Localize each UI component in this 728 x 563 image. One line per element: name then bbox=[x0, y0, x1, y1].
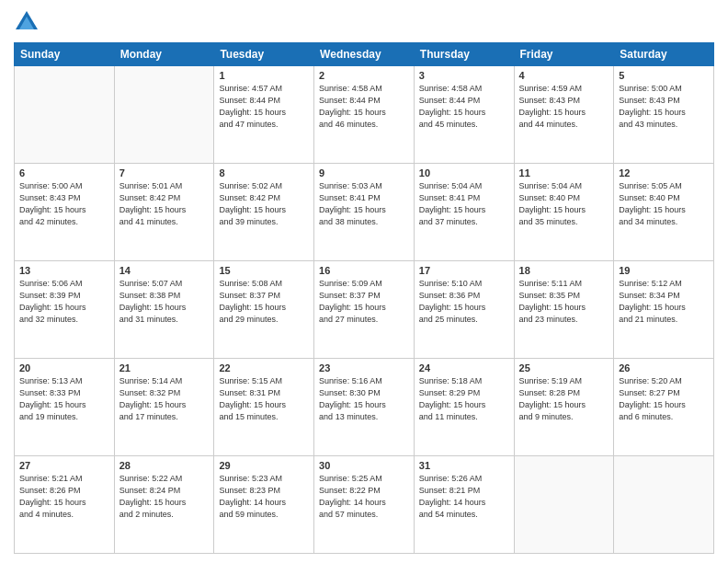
day-info: Sunrise: 4:58 AM Sunset: 8:44 PM Dayligh… bbox=[319, 83, 409, 131]
day-info: Sunrise: 5:03 AM Sunset: 8:41 PM Dayligh… bbox=[319, 180, 409, 228]
day-number: 19 bbox=[619, 265, 709, 276]
day-number: 20 bbox=[19, 362, 109, 373]
calendar-cell: 9Sunrise: 5:03 AM Sunset: 8:41 PM Daylig… bbox=[314, 164, 415, 261]
day-info: Sunrise: 5:25 AM Sunset: 8:22 PM Dayligh… bbox=[319, 473, 409, 521]
day-info: Sunrise: 5:20 AM Sunset: 8:27 PM Dayligh… bbox=[619, 375, 709, 423]
weekday-header-monday: Monday bbox=[114, 43, 214, 66]
calendar-cell: 23Sunrise: 5:16 AM Sunset: 8:30 PM Dayli… bbox=[314, 359, 415, 456]
calendar-cell: 2Sunrise: 4:58 AM Sunset: 8:44 PM Daylig… bbox=[314, 66, 415, 164]
day-info: Sunrise: 4:59 AM Sunset: 8:43 PM Dayligh… bbox=[519, 83, 609, 131]
header bbox=[14, 9, 714, 35]
day-number: 28 bbox=[119, 460, 210, 471]
weekday-header-saturday: Saturday bbox=[614, 43, 714, 66]
calendar-cell: 18Sunrise: 5:11 AM Sunset: 8:35 PM Dayli… bbox=[514, 261, 614, 359]
day-info: Sunrise: 5:10 AM Sunset: 8:36 PM Dayligh… bbox=[419, 278, 509, 326]
day-number: 13 bbox=[19, 265, 109, 276]
day-number: 29 bbox=[219, 460, 309, 471]
day-number: 4 bbox=[519, 70, 609, 81]
calendar-cell: 5Sunrise: 5:00 AM Sunset: 8:43 PM Daylig… bbox=[614, 66, 714, 164]
day-info: Sunrise: 5:15 AM Sunset: 8:31 PM Dayligh… bbox=[219, 375, 309, 423]
day-number: 15 bbox=[219, 265, 309, 276]
weekday-header-sunday: Sunday bbox=[15, 43, 115, 66]
week-row-3: 13Sunrise: 5:06 AM Sunset: 8:39 PM Dayli… bbox=[15, 261, 714, 359]
calendar-cell: 7Sunrise: 5:01 AM Sunset: 8:42 PM Daylig… bbox=[114, 164, 214, 261]
calendar-cell: 1Sunrise: 4:57 AM Sunset: 8:44 PM Daylig… bbox=[214, 66, 314, 164]
weekday-header-tuesday: Tuesday bbox=[214, 43, 314, 66]
logo bbox=[14, 9, 43, 35]
week-row-5: 27Sunrise: 5:21 AM Sunset: 8:26 PM Dayli… bbox=[15, 456, 714, 554]
day-number: 31 bbox=[419, 460, 509, 471]
day-number: 6 bbox=[19, 167, 109, 178]
day-number: 8 bbox=[219, 167, 309, 178]
weekday-header-wednesday: Wednesday bbox=[314, 43, 415, 66]
week-row-1: 1Sunrise: 4:57 AM Sunset: 8:44 PM Daylig… bbox=[15, 66, 714, 164]
calendar-cell: 15Sunrise: 5:08 AM Sunset: 8:37 PM Dayli… bbox=[214, 261, 314, 359]
day-info: Sunrise: 4:58 AM Sunset: 8:44 PM Dayligh… bbox=[419, 83, 509, 131]
calendar-cell: 30Sunrise: 5:25 AM Sunset: 8:22 PM Dayli… bbox=[314, 456, 415, 554]
day-number: 10 bbox=[419, 167, 509, 178]
calendar-cell: 8Sunrise: 5:02 AM Sunset: 8:42 PM Daylig… bbox=[214, 164, 314, 261]
day-info: Sunrise: 4:57 AM Sunset: 8:44 PM Dayligh… bbox=[219, 83, 309, 131]
calendar-cell: 26Sunrise: 5:20 AM Sunset: 8:27 PM Dayli… bbox=[614, 359, 714, 456]
calendar-cell: 14Sunrise: 5:07 AM Sunset: 8:38 PM Dayli… bbox=[114, 261, 214, 359]
day-info: Sunrise: 5:05 AM Sunset: 8:40 PM Dayligh… bbox=[619, 180, 709, 228]
day-number: 12 bbox=[619, 167, 709, 178]
week-row-2: 6Sunrise: 5:00 AM Sunset: 8:43 PM Daylig… bbox=[15, 164, 714, 261]
calendar-cell bbox=[614, 456, 714, 554]
day-number: 7 bbox=[119, 167, 210, 178]
logo-icon bbox=[14, 9, 40, 35]
calendar-cell: 22Sunrise: 5:15 AM Sunset: 8:31 PM Dayli… bbox=[214, 359, 314, 456]
calendar-cell bbox=[514, 456, 614, 554]
calendar-cell: 29Sunrise: 5:23 AM Sunset: 8:23 PM Dayli… bbox=[214, 456, 314, 554]
day-number: 23 bbox=[319, 362, 409, 373]
calendar-table: SundayMondayTuesdayWednesdayThursdayFrid… bbox=[14, 42, 714, 554]
calendar-cell: 3Sunrise: 4:58 AM Sunset: 8:44 PM Daylig… bbox=[414, 66, 514, 164]
weekday-header-row: SundayMondayTuesdayWednesdayThursdayFrid… bbox=[15, 43, 714, 66]
day-info: Sunrise: 5:18 AM Sunset: 8:29 PM Dayligh… bbox=[419, 375, 509, 423]
day-info: Sunrise: 5:00 AM Sunset: 8:43 PM Dayligh… bbox=[619, 83, 709, 131]
day-number: 18 bbox=[519, 265, 609, 276]
calendar-cell: 19Sunrise: 5:12 AM Sunset: 8:34 PM Dayli… bbox=[614, 261, 714, 359]
calendar-cell: 12Sunrise: 5:05 AM Sunset: 8:40 PM Dayli… bbox=[614, 164, 714, 261]
day-number: 1 bbox=[219, 70, 309, 81]
calendar-cell: 4Sunrise: 4:59 AM Sunset: 8:43 PM Daylig… bbox=[514, 66, 614, 164]
page: SundayMondayTuesdayWednesdayThursdayFrid… bbox=[0, 0, 728, 563]
weekday-header-thursday: Thursday bbox=[414, 43, 514, 66]
day-number: 2 bbox=[319, 70, 409, 81]
day-info: Sunrise: 5:00 AM Sunset: 8:43 PM Dayligh… bbox=[19, 180, 109, 228]
day-info: Sunrise: 5:26 AM Sunset: 8:21 PM Dayligh… bbox=[419, 473, 509, 521]
day-info: Sunrise: 5:04 AM Sunset: 8:41 PM Dayligh… bbox=[419, 180, 509, 228]
day-number: 21 bbox=[119, 362, 210, 373]
calendar-cell: 11Sunrise: 5:04 AM Sunset: 8:40 PM Dayli… bbox=[514, 164, 614, 261]
weekday-header-friday: Friday bbox=[514, 43, 614, 66]
day-info: Sunrise: 5:07 AM Sunset: 8:38 PM Dayligh… bbox=[119, 278, 210, 326]
calendar-cell: 10Sunrise: 5:04 AM Sunset: 8:41 PM Dayli… bbox=[414, 164, 514, 261]
calendar-cell: 13Sunrise: 5:06 AM Sunset: 8:39 PM Dayli… bbox=[15, 261, 115, 359]
calendar-cell: 28Sunrise: 5:22 AM Sunset: 8:24 PM Dayli… bbox=[114, 456, 214, 554]
day-info: Sunrise: 5:23 AM Sunset: 8:23 PM Dayligh… bbox=[219, 473, 309, 521]
calendar-cell: 6Sunrise: 5:00 AM Sunset: 8:43 PM Daylig… bbox=[15, 164, 115, 261]
day-number: 30 bbox=[319, 460, 409, 471]
day-info: Sunrise: 5:09 AM Sunset: 8:37 PM Dayligh… bbox=[319, 278, 409, 326]
day-info: Sunrise: 5:14 AM Sunset: 8:32 PM Dayligh… bbox=[119, 375, 210, 423]
week-row-4: 20Sunrise: 5:13 AM Sunset: 8:33 PM Dayli… bbox=[15, 359, 714, 456]
day-number: 17 bbox=[419, 265, 509, 276]
day-number: 5 bbox=[619, 70, 709, 81]
calendar-cell: 24Sunrise: 5:18 AM Sunset: 8:29 PM Dayli… bbox=[414, 359, 514, 456]
day-number: 27 bbox=[19, 460, 109, 471]
day-info: Sunrise: 5:22 AM Sunset: 8:24 PM Dayligh… bbox=[119, 473, 210, 521]
day-info: Sunrise: 5:16 AM Sunset: 8:30 PM Dayligh… bbox=[319, 375, 409, 423]
day-info: Sunrise: 5:21 AM Sunset: 8:26 PM Dayligh… bbox=[19, 473, 109, 521]
day-info: Sunrise: 5:06 AM Sunset: 8:39 PM Dayligh… bbox=[19, 278, 109, 326]
day-number: 14 bbox=[119, 265, 210, 276]
day-info: Sunrise: 5:13 AM Sunset: 8:33 PM Dayligh… bbox=[19, 375, 109, 423]
calendar-cell: 16Sunrise: 5:09 AM Sunset: 8:37 PM Dayli… bbox=[314, 261, 415, 359]
day-info: Sunrise: 5:02 AM Sunset: 8:42 PM Dayligh… bbox=[219, 180, 309, 228]
day-info: Sunrise: 5:19 AM Sunset: 8:28 PM Dayligh… bbox=[519, 375, 609, 423]
day-number: 3 bbox=[419, 70, 509, 81]
day-number: 16 bbox=[319, 265, 409, 276]
day-info: Sunrise: 5:04 AM Sunset: 8:40 PM Dayligh… bbox=[519, 180, 609, 228]
calendar-cell bbox=[15, 66, 115, 164]
day-number: 11 bbox=[519, 167, 609, 178]
day-info: Sunrise: 5:11 AM Sunset: 8:35 PM Dayligh… bbox=[519, 278, 609, 326]
